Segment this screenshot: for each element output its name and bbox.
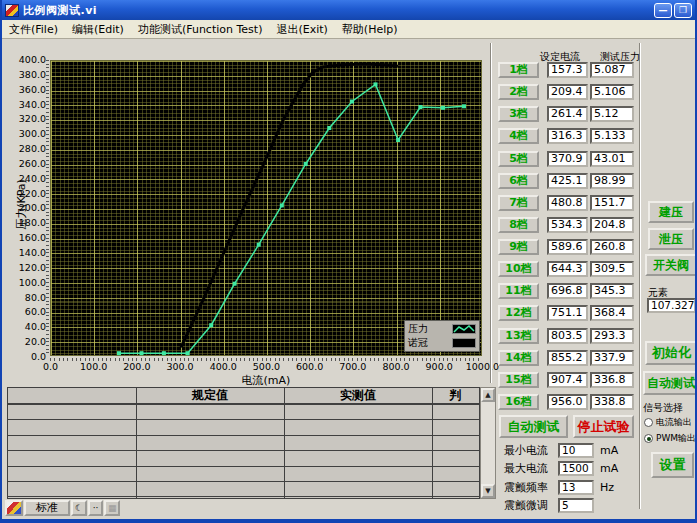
test-pressure-field[interactable]: 368.4 xyxy=(590,305,634,321)
test-pressure-field[interactable]: 204.8 xyxy=(590,217,634,233)
radio-icon[interactable] xyxy=(644,434,653,443)
gear-button[interactable]: 15档 xyxy=(498,372,539,388)
test-pressure-field[interactable]: 309.5 xyxy=(590,261,634,277)
switch-valve-button[interactable]: 开关阀 xyxy=(645,254,697,276)
param-input[interactable]: 1500 xyxy=(558,461,594,476)
vi-icon[interactable] xyxy=(5,500,23,516)
menu-item[interactable]: 编辑(Edit) xyxy=(65,22,131,37)
gear-button[interactable]: 11档 xyxy=(498,283,539,299)
gear-button[interactable]: 2档 xyxy=(498,84,539,100)
menu-item[interactable]: 功能测试(Function Test) xyxy=(131,22,270,37)
param-input[interactable]: 5 xyxy=(558,498,594,513)
test-pressure-field[interactable]: 345.3 xyxy=(590,283,634,299)
set-current-field[interactable]: 855.2 xyxy=(547,350,588,366)
test-pressure-field[interactable]: 98.99 xyxy=(590,173,634,189)
gear-row: 5档370.943.01 xyxy=(498,151,639,167)
test-pressure-field[interactable]: 5.12 xyxy=(590,106,634,122)
gear-button[interactable]: 7档 xyxy=(498,195,539,211)
set-current-field[interactable]: 907.4 xyxy=(547,372,588,388)
auto-test-side-button[interactable]: 自动测试 xyxy=(643,371,697,395)
menu-item[interactable]: 文件(File) xyxy=(2,22,65,37)
title-bar[interactable]: 比例阀测试.vi — ❐ xyxy=(2,0,695,20)
distribute-icon[interactable]: ·· xyxy=(88,500,103,516)
set-current-field[interactable]: 261.4 xyxy=(547,106,588,122)
set-current-field[interactable]: 644.3 xyxy=(547,261,588,277)
param-input[interactable]: 10 xyxy=(558,443,594,458)
auto-test-button[interactable]: 自动测试 xyxy=(499,415,568,438)
param-label: 最大电流 xyxy=(504,461,558,476)
gear-button[interactable]: 14档 xyxy=(498,350,539,366)
table-row[interactable] xyxy=(8,405,479,420)
gear-button[interactable]: 3档 xyxy=(498,106,539,122)
x-tick-label: 400.0 xyxy=(202,361,245,372)
gear-button[interactable]: 16档 xyxy=(498,394,539,410)
stop-test-button[interactable]: 停止试验 xyxy=(573,415,634,438)
release-pressure-button[interactable]: 泄压 xyxy=(648,228,694,250)
menu-item[interactable]: 帮助(Help) xyxy=(335,22,405,37)
maximize-button[interactable]: ❐ xyxy=(674,3,692,18)
gear-button[interactable]: 4档 xyxy=(498,128,539,144)
table-row[interactable] xyxy=(8,467,479,482)
gear-button[interactable]: 8档 xyxy=(498,217,539,233)
table-row[interactable] xyxy=(8,451,479,466)
test-pressure-field[interactable]: 43.01 xyxy=(590,151,634,167)
param-input[interactable]: 13 xyxy=(558,480,594,495)
set-current-field[interactable]: 696.8 xyxy=(547,283,588,299)
table-row[interactable] xyxy=(8,482,479,497)
font-selector-button[interactable]: 标准 xyxy=(24,500,70,516)
gear-button[interactable]: 5档 xyxy=(498,151,539,167)
set-current-field[interactable]: 209.4 xyxy=(547,84,588,100)
gear-button[interactable]: 9档 xyxy=(498,239,539,255)
align-icon[interactable]: ☾ xyxy=(71,500,87,516)
result-table-scrollbar[interactable]: ▲ ▼ xyxy=(480,387,496,499)
scroll-up-icon[interactable]: ▲ xyxy=(481,388,495,402)
gear-button[interactable]: 6档 xyxy=(498,173,539,189)
set-current-field[interactable]: 534.3 xyxy=(547,217,588,233)
set-current-field[interactable]: 803.5 xyxy=(547,328,588,344)
y-tick-label: 140.0 xyxy=(6,247,46,258)
signal-option[interactable]: 电流输出 xyxy=(644,414,697,430)
test-pressure-field[interactable]: 293.3 xyxy=(590,328,634,344)
param-fields: 最小电流10mA最大电流1500mA震颤频率13Hz震颤微调5 xyxy=(504,443,694,513)
resize-icon[interactable]: ▦ xyxy=(104,500,120,516)
signal-select-label: 信号选择 xyxy=(643,401,683,415)
xy-chart-plot[interactable]: 压力 诺冠 xyxy=(50,60,482,356)
scroll-down-icon[interactable]: ▼ xyxy=(481,484,495,498)
pressure-curve-legend-icon xyxy=(452,324,476,334)
initialize-button[interactable]: 初始化 xyxy=(645,341,697,365)
y-tick-label: 400.0 xyxy=(6,54,46,65)
table-row[interactable] xyxy=(8,436,479,451)
test-pressure-field[interactable]: 5.087 xyxy=(590,62,634,78)
set-current-field[interactable]: 370.9 xyxy=(547,151,588,167)
set-current-field[interactable]: 316.3 xyxy=(547,128,588,144)
test-pressure-field[interactable]: 5.106 xyxy=(590,84,634,100)
set-current-field[interactable]: 956.0 xyxy=(547,394,588,410)
test-pressure-field[interactable]: 260.8 xyxy=(590,239,634,255)
set-current-field[interactable]: 480.8 xyxy=(547,195,588,211)
test-pressure-field[interactable]: 5.133 xyxy=(590,128,634,144)
gear-row: 13档803.5293.3 xyxy=(498,328,639,344)
test-pressure-field[interactable]: 336.8 xyxy=(590,372,634,388)
set-current-field[interactable]: 751.1 xyxy=(547,305,588,321)
table-row[interactable] xyxy=(8,420,479,435)
set-current-field[interactable]: 425.1 xyxy=(547,173,588,189)
build-pressure-button[interactable]: 建压 xyxy=(648,201,694,223)
gear-row: 14档855.2337.9 xyxy=(498,350,639,366)
gear-button[interactable]: 13档 xyxy=(498,328,539,344)
set-current-field[interactable]: 157.3 xyxy=(547,62,588,78)
test-pressure-field[interactable]: 338.8 xyxy=(590,394,634,410)
y-tick-label: 80.0 xyxy=(6,292,46,303)
menu-item[interactable]: 退出(Exit) xyxy=(269,22,334,37)
test-pressure-field[interactable]: 337.9 xyxy=(590,350,634,366)
result-table[interactable]: 规定值 实测值 判 xyxy=(7,387,480,499)
chart-legend[interactable]: 压力 诺冠 xyxy=(404,320,480,352)
element-value[interactable]: 107.327 xyxy=(647,298,696,313)
minimize-button[interactable]: — xyxy=(654,3,672,18)
gear-button[interactable]: 1档 xyxy=(498,62,539,78)
param-row: 震颤微调5 xyxy=(504,498,694,513)
gear-button[interactable]: 10档 xyxy=(498,261,539,277)
test-pressure-field[interactable]: 151.7 xyxy=(590,195,634,211)
gear-button[interactable]: 12档 xyxy=(498,305,539,321)
set-current-field[interactable]: 589.6 xyxy=(547,239,588,255)
radio-icon[interactable] xyxy=(644,418,653,427)
